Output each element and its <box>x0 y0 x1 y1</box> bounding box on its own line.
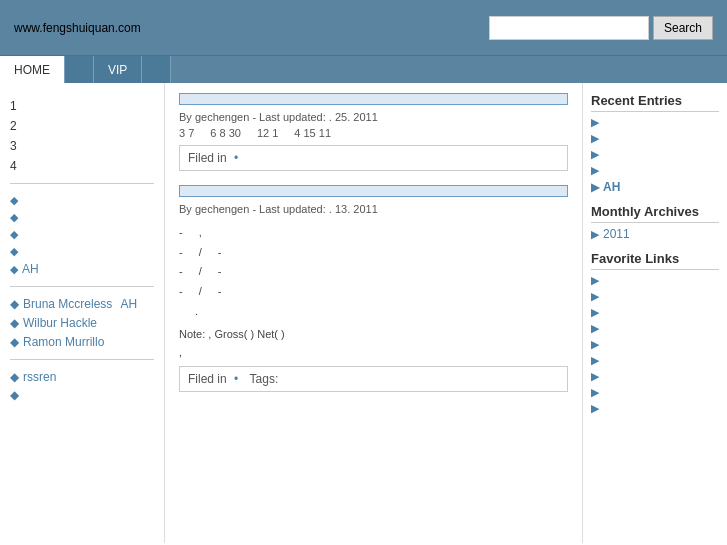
recent-entries-title: Recent Entries <box>591 93 719 112</box>
note-sub: , <box>179 346 182 358</box>
fav-arrow-4: ▶ <box>591 322 599 335</box>
fav-arrow-1: ▶ <box>591 274 599 287</box>
post-2-title[interactable] <box>179 185 568 197</box>
c3-3: / <box>199 262 202 281</box>
rs-recent-4[interactable]: ▶ <box>591 164 719 177</box>
rssren-bullet: ◆ <box>10 370 19 384</box>
content-row-1: - , <box>179 223 568 242</box>
rs-fav-6[interactable]: ▶ <box>591 354 719 367</box>
rs-fav-9[interactable]: ▶ <box>591 402 719 415</box>
rs-fav-7[interactable]: ▶ <box>591 370 719 383</box>
search-input[interactable] <box>489 16 649 40</box>
post-1: By gechengen - Last updated: . 25. 2011 … <box>179 93 568 171</box>
content-row-2: - / - <box>179 243 568 262</box>
rs-recent-3[interactable]: ▶ <box>591 148 719 161</box>
post-2-filed-in: Filed in • Tags: <box>179 366 568 392</box>
monthly-archives-title: Monthly Archives <box>591 204 719 223</box>
sidebar-number-1: 1 <box>10 99 154 113</box>
rs-fav-8[interactable]: ▶ <box>591 386 719 399</box>
bottom-bullet-2: ◆ <box>10 388 19 402</box>
search-area: Search <box>489 16 713 40</box>
rs-fav-4[interactable]: ▶ <box>591 322 719 335</box>
sidebar-bottom-2[interactable]: ◆ <box>10 388 154 402</box>
fav-arrow-7: ▶ <box>591 370 599 383</box>
bullet-icon-2: ◆ <box>10 211 18 224</box>
post-1-num-4: 4 15 11 <box>294 127 331 139</box>
post-2-content: - , - / - - / - <box>179 223 568 320</box>
user-bullet-3: ◆ <box>10 335 19 349</box>
sidebar-link-1[interactable]: ◆ <box>10 194 154 207</box>
c2-1: - <box>179 243 183 262</box>
sidebar-rssren[interactable]: ◆ rssren <box>10 370 154 384</box>
post-2: By gechengen - Last updated: . 13. 2011 … <box>179 185 568 392</box>
sidebar-user-bruna-suffix: AH <box>120 297 137 311</box>
main-layout: 1 2 3 4 ◆ ◆ ◆ ◆ ◆ AH ◆ Bruna Mccreless <box>0 83 727 543</box>
nav-item-vip[interactable]: VIP <box>94 56 142 83</box>
post-1-num-2: 6 8 30 <box>210 127 241 139</box>
nav-item-home[interactable]: HOME <box>0 56 65 83</box>
header: www.fengshuiquan.com Search <box>0 0 727 55</box>
c2-5: - <box>218 243 222 262</box>
rs-recent-1[interactable]: ▶ <box>591 116 719 129</box>
rs-fav-2[interactable]: ▶ <box>591 290 719 303</box>
rs-recent-ah[interactable]: ▶ AH <box>591 180 719 194</box>
post-2-filed-label: Filed in <box>188 372 227 386</box>
rs-archive-2011[interactable]: ▶ 2011 <box>591 227 719 241</box>
sidebar-divider-3 <box>10 359 154 360</box>
rs-recent-2[interactable]: ▶ <box>591 132 719 145</box>
rs-recent-ah-label: AH <box>603 180 620 194</box>
c1-3: , <box>199 223 202 242</box>
sidebar-user-bruna[interactable]: ◆ Bruna Mccreless AH <box>10 297 154 311</box>
sidebar-user-wilbur-label: Wilbur Hackle <box>23 316 97 330</box>
sidebar-rssren-label: rssren <box>23 370 56 384</box>
post-1-title[interactable] <box>179 93 568 105</box>
sidebar-number-3: 3 <box>10 139 154 153</box>
sidebar-link-ah[interactable]: ◆ AH <box>10 262 154 276</box>
fav-arrow-2: ▶ <box>591 290 599 303</box>
rs-fav-3[interactable]: ▶ <box>591 306 719 319</box>
favorite-links-section: Favorite Links ▶ ▶ ▶ ▶ ▶ ▶ <box>591 251 719 415</box>
nav-item-4[interactable] <box>142 56 171 83</box>
sidebar-link-ah-label: AH <box>22 262 39 276</box>
rs-fav-5[interactable]: ▶ <box>591 338 719 351</box>
sidebar-divider-1 <box>10 183 154 184</box>
post-1-filed-in: Filed in • <box>179 145 568 171</box>
sidebar-user-ramon[interactable]: ◆ Ramon Murrillo <box>10 335 154 349</box>
content: By gechengen - Last updated: . 25. 2011 … <box>165 83 582 543</box>
arrow-icon-1: ▶ <box>591 116 599 129</box>
nav-item-2[interactable] <box>65 56 94 83</box>
left-sidebar: 1 2 3 4 ◆ ◆ ◆ ◆ ◆ AH ◆ Bruna Mccreless <box>0 83 165 543</box>
bullet-icon-1: ◆ <box>10 194 18 207</box>
favorite-links-title: Favorite Links <box>591 251 719 270</box>
fav-arrow-8: ▶ <box>591 386 599 399</box>
post-2-note: Note: , Gross( ) Net( ) <box>179 328 568 340</box>
rs-archive-2011-label: 2011 <box>603 227 630 241</box>
post-2-tags-label: Tags: <box>250 372 279 386</box>
c3-5: - <box>218 262 222 281</box>
note-text: , Gross( ) Net( ) <box>208 328 284 340</box>
post-2-note-sub: , <box>179 346 568 358</box>
sidebar-user-bruna-label: Bruna Mccreless <box>23 297 112 311</box>
fav-arrow-5: ▶ <box>591 338 599 351</box>
c5-3: . <box>195 302 198 321</box>
sidebar-link-4[interactable]: ◆ <box>10 245 154 258</box>
arrow-icon-4: ▶ <box>591 164 599 177</box>
nav: HOME VIP <box>0 55 727 83</box>
sidebar-user-ramon-label: Ramon Murrillo <box>23 335 104 349</box>
site-url: www.fengshuiquan.com <box>14 21 141 35</box>
arrow-icon-2011: ▶ <box>591 228 599 241</box>
post-2-meta: By gechengen - Last updated: . 13. 2011 <box>179 203 568 215</box>
search-button[interactable]: Search <box>653 16 713 40</box>
sidebar-link-3[interactable]: ◆ <box>10 228 154 241</box>
c4-5: - <box>218 282 222 301</box>
rs-fav-1[interactable]: ▶ <box>591 274 719 287</box>
fav-arrow-3: ▶ <box>591 306 599 319</box>
bullet-icon-4: ◆ <box>10 245 18 258</box>
post-1-filed-label: Filed in <box>188 151 227 165</box>
post-1-numbers: 3 7 6 8 30 12 1 4 15 11 <box>179 127 568 139</box>
c2-3: / <box>199 243 202 262</box>
user-bullet-2: ◆ <box>10 316 19 330</box>
sidebar-user-wilbur[interactable]: ◆ Wilbur Hackle <box>10 316 154 330</box>
right-sidebar: Recent Entries ▶ ▶ ▶ ▶ ▶ AH Monthly Arch… <box>582 83 727 543</box>
sidebar-link-2[interactable]: ◆ <box>10 211 154 224</box>
